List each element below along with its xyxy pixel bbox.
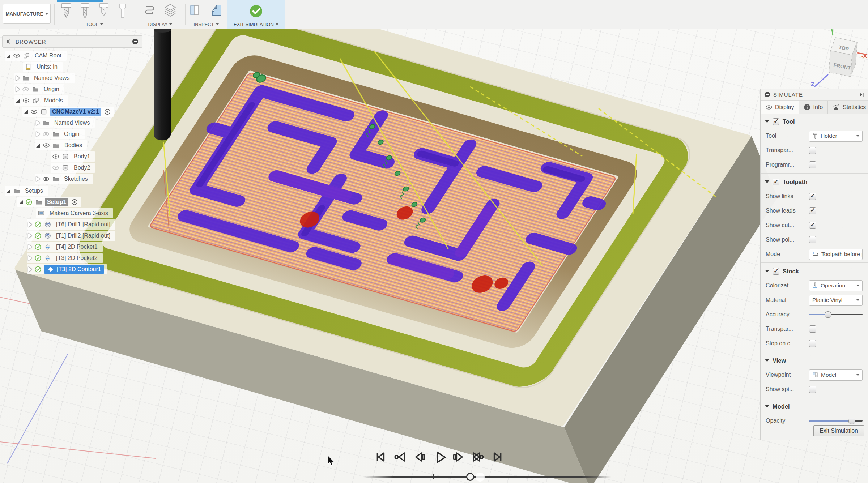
chamfer-tool-icon[interactable] — [97, 3, 111, 20]
tree-item-bodies[interactable]: Bodies — [35, 140, 87, 150]
workspace-selector[interactable]: MANUFACTURE — [3, 4, 51, 24]
tree-item-origin-2[interactable]: Origin — [35, 129, 85, 139]
tree-item-body1[interactable]: Body1 — [51, 151, 95, 162]
exit-simulation-footer-button[interactable]: Exit Simulation — [813, 425, 864, 436]
drill-tool-icon[interactable] — [78, 3, 92, 20]
tool-transparent-checkbox[interactable] — [809, 147, 816, 154]
collapsed-icon[interactable] — [28, 267, 32, 272]
taper-tool-icon[interactable] — [115, 3, 130, 20]
tool-dropdown[interactable]: Holder — [809, 131, 863, 142]
collapse-panel-icon[interactable] — [6, 39, 12, 44]
section-collapse-icon[interactable] — [765, 180, 769, 183]
collapsed-icon[interactable] — [36, 132, 40, 137]
tree-item-drill2[interactable]: [T1] Drill2 [Rapid out] — [27, 231, 115, 241]
tree-item-setups[interactable]: Setups — [5, 186, 48, 196]
tree-item-drill1[interactable]: [T6] Drill1 [Rapid out] — [27, 219, 115, 230]
tab-statistics[interactable]: Statistics — [828, 101, 868, 114]
mill-tool-icon[interactable] — [59, 3, 73, 20]
viewpoint-dropdown[interactable]: Model — [809, 369, 863, 381]
show-cutting-checkbox[interactable] — [809, 222, 816, 229]
stock-section-checkbox[interactable] — [773, 268, 779, 275]
tree-item-named-views[interactable]: Named Views — [14, 73, 75, 83]
exit-simulation-button[interactable]: EXIT SIMULATION — [227, 0, 285, 29]
collapsed-icon[interactable] — [36, 176, 40, 181]
skip-to-end-button[interactable] — [491, 450, 505, 465]
inspect-group-label[interactable]: INSPECT — [187, 22, 226, 27]
visibility-eye-off-icon[interactable] — [22, 86, 29, 93]
tree-item-machine[interactable]: Makera Carvera 3-axis — [36, 208, 113, 218]
visibility-eye-icon[interactable] — [22, 97, 30, 104]
accuracy-slider[interactable] — [809, 311, 863, 318]
visibility-eye-off-icon[interactable] — [42, 131, 50, 138]
tree-item-pocket1[interactable]: [T4] 2D Pocket1 — [27, 242, 103, 252]
expanded-icon[interactable] — [7, 54, 10, 58]
section-tool[interactable]: Tool — [761, 114, 868, 129]
tree-item-sketches[interactable]: Sketches — [35, 174, 93, 184]
show-leads-checkbox[interactable] — [809, 207, 816, 214]
expanded-icon[interactable] — [7, 189, 10, 193]
step-back-button[interactable] — [413, 450, 426, 465]
skip-to-start-button[interactable] — [374, 450, 387, 465]
toolpath-section-checkbox[interactable] — [773, 179, 779, 185]
section-collapse-icon[interactable] — [765, 120, 769, 123]
tree-item-units[interactable]: Units: in — [23, 62, 63, 72]
play-forward-button[interactable] — [471, 450, 485, 465]
section-view[interactable]: View — [761, 353, 868, 368]
tree-item-cam-root[interactable]: CAM Root — [5, 51, 67, 61]
expanded-icon[interactable] — [16, 99, 20, 103]
measure-inspect-icon[interactable] — [208, 3, 224, 19]
tree-item-body2[interactable]: Body2 — [51, 163, 95, 173]
viewcube[interactable]: TOP FRONT -X Z — [811, 21, 867, 87]
collapsed-icon[interactable] — [16, 87, 20, 92]
panel-options-icon[interactable] — [132, 38, 139, 45]
opacity-slider-knob[interactable] — [848, 418, 855, 424]
visibility-eye-icon[interactable] — [43, 142, 50, 149]
browser-header[interactable]: BROWSER — [2, 35, 142, 48]
simulate-panel-header[interactable]: SIMULATE — [761, 89, 868, 101]
show-spindle-checkbox[interactable] — [809, 386, 816, 393]
expanded-icon[interactable] — [36, 144, 40, 148]
section-stock[interactable]: Stock — [761, 264, 868, 278]
show-links-checkbox[interactable] — [809, 193, 816, 200]
tool-group-label[interactable]: TOOL — [56, 22, 132, 27]
visibility-eye-off-icon[interactable] — [52, 164, 59, 171]
step-forward-button[interactable] — [452, 450, 465, 465]
tree-item-models[interactable]: Models — [14, 95, 68, 106]
toolpath-mode-dropdown[interactable]: Toolpath before p... — [809, 249, 863, 260]
tool-section-checkbox[interactable] — [773, 118, 779, 125]
ground-target-icon[interactable] — [104, 108, 111, 115]
ground-target-icon[interactable] — [71, 198, 78, 206]
accuracy-slider-knob[interactable] — [825, 311, 831, 318]
collapsed-icon[interactable] — [28, 256, 32, 261]
section-collapse-icon[interactable] — [765, 405, 769, 408]
stop-on-collision-checkbox[interactable] — [809, 340, 816, 347]
material-dropdown[interactable]: Plastic Vinyl — [809, 295, 863, 306]
play-button[interactable] — [432, 450, 446, 465]
collapsed-icon[interactable] — [16, 76, 20, 81]
tree-item-setup1[interactable]: Setup1 — [17, 197, 81, 207]
section-model[interactable]: Model — [761, 399, 868, 414]
stock-display-icon[interactable] — [162, 3, 179, 19]
section-collapse-icon[interactable] — [765, 359, 769, 362]
tree-item-component[interactable]: CNCMazeV1 v2:1 — [22, 107, 114, 117]
collapsed-icon[interactable] — [28, 222, 32, 227]
programmed-point-checkbox[interactable] — [809, 161, 816, 168]
section-toolpath[interactable]: Toolpath — [761, 175, 868, 189]
timeline-handle[interactable] — [466, 473, 474, 481]
display-group-label[interactable]: DISPLAY — [137, 22, 183, 27]
tab-info[interactable]: Info — [799, 101, 828, 114]
tree-item-contour1[interactable]: [T3] 2D Contour1 — [27, 264, 107, 274]
tree-item-origin[interactable]: Origin — [14, 84, 64, 94]
panel-minimize-icon[interactable] — [764, 91, 770, 98]
visibility-eye-icon[interactable] — [13, 52, 20, 59]
visibility-eye-icon[interactable] — [52, 153, 59, 160]
tab-display[interactable]: Display — [761, 101, 799, 114]
simulation-timeline[interactable] — [363, 472, 611, 482]
show-points-checkbox[interactable] — [809, 236, 816, 243]
visibility-eye-icon[interactable] — [30, 108, 38, 115]
expanded-icon[interactable] — [19, 200, 23, 204]
collapsed-icon[interactable] — [28, 233, 32, 238]
tree-item-pocket2[interactable]: [T3] 2D Pocket2 — [27, 253, 103, 263]
timeline-track[interactable] — [363, 476, 611, 478]
opacity-slider[interactable] — [809, 417, 863, 424]
